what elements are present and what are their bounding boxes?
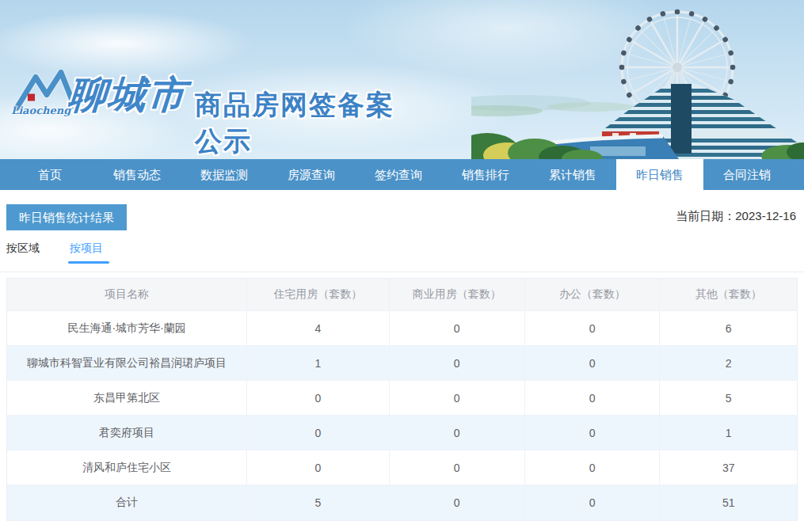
cell-commercial: 0: [389, 346, 524, 380]
nav-item-home[interactable]: 首页: [6, 159, 93, 190]
cell-project-name: 聊城市科智置业有限公司裕昌润珺庐项目: [7, 346, 246, 380]
cell-commercial: 0: [389, 311, 524, 345]
site-title: 商品房网签备案公示: [195, 87, 404, 159]
cell-other: 1: [659, 416, 796, 450]
cell-project-name: 清风和庐住宅小区: [7, 450, 246, 484]
cell-other: 37: [659, 450, 796, 484]
cell-office-total: 0: [524, 485, 659, 520]
logo-link[interactable]: Liaocheng 聊城市 商品房网签备案公示: [0, 32, 404, 103]
col-header-other: 其他（套数）: [659, 279, 796, 310]
cell-total-label: 合计: [7, 485, 246, 520]
cell-other: 2: [659, 346, 796, 380]
nav-item-sales-activity[interactable]: 销售动态: [93, 159, 181, 190]
col-header-office: 办公（套数）: [524, 279, 659, 310]
table-total-row: 合计 5 0 0 51: [7, 485, 797, 520]
cell-residential: 0: [246, 381, 388, 415]
nav-item-data-monitoring[interactable]: 数据监测: [181, 159, 268, 190]
cell-commercial-total: 0: [389, 485, 524, 520]
nav-item-yesterday-sales[interactable]: 昨日销售: [616, 159, 703, 190]
cell-other-total: 51: [659, 485, 796, 520]
cell-office: 0: [524, 450, 659, 484]
table-row: 清风和庐住宅小区 0 0 0 37: [7, 450, 797, 485]
page-title: 昨日销售统计结果: [6, 204, 127, 230]
cell-project-name: 君奕府项目: [7, 416, 246, 450]
cell-residential: 1: [246, 346, 388, 380]
cell-residential: 0: [246, 450, 388, 484]
tab-by-project[interactable]: 按项目: [70, 237, 103, 259]
main-content: 昨日销售统计结果 当前日期：2023-12-16 按区域 按项目 项目名称 住宅…: [0, 190, 804, 521]
city-name: 聊城市: [67, 70, 189, 120]
active-tab-underline: [68, 261, 109, 264]
table-header-row: 项目名称 住宅用房（套数） 商业用房（套数） 办公（套数） 其他（套数）: [7, 279, 797, 311]
col-header-project-name: 项目名称: [7, 279, 246, 310]
current-date: 当前日期：2023-12-16: [676, 209, 796, 224]
cell-office: 0: [524, 311, 659, 345]
cell-other: 6: [659, 311, 796, 345]
cell-office: 0: [524, 381, 659, 415]
nav-item-contract-query[interactable]: 签约查询: [355, 159, 442, 190]
subtab-bar: 按区域 按项目: [0, 230, 804, 272]
cell-commercial: 0: [389, 450, 524, 484]
tab-by-district[interactable]: 按区域: [6, 237, 40, 259]
cell-office: 0: [524, 346, 659, 380]
nav-item-listing-query[interactable]: 房源查询: [268, 159, 355, 190]
col-header-residential: 住宅用房（套数）: [246, 279, 388, 310]
cell-residential-total: 5: [246, 485, 388, 520]
table-row: 民生海通·城市芳华·蘭园 4 0 0 6: [7, 311, 797, 346]
cell-commercial: 0: [389, 381, 524, 415]
cityscape-photo: [471, 0, 804, 159]
cell-project-name: 民生海通·城市芳华·蘭园: [7, 311, 246, 345]
section-header: 昨日销售统计结果 当前日期：2023-12-16: [0, 190, 804, 230]
col-header-commercial: 商业用房（套数）: [389, 279, 524, 310]
cell-residential: 4: [246, 311, 388, 345]
cell-office: 0: [524, 416, 659, 450]
site-banner: Liaocheng 聊城市 商品房网签备案公示: [0, 0, 804, 159]
cell-commercial: 0: [389, 416, 524, 450]
table-row: 君奕府项目 0 0 0 1: [7, 416, 797, 450]
table-row: 东昌甲第北区 0 0 0 5: [7, 381, 797, 416]
cell-residential: 0: [246, 416, 388, 450]
nav-item-cumulative-sales[interactable]: 累计销售: [529, 159, 616, 190]
sales-table: 项目名称 住宅用房（套数） 商业用房（套数） 办公（套数） 其他（套数） 民生海…: [6, 278, 798, 521]
nav-item-sales-ranking[interactable]: 销售排行: [442, 159, 529, 190]
cell-project-name: 东昌甲第北区: [7, 381, 246, 415]
nav-item-contract-cancellation[interactable]: 合同注销: [703, 159, 791, 190]
main-nav: 首页 销售动态 数据监测 房源查询 签约查询 销售排行 累计销售 昨日销售 合同…: [0, 159, 804, 190]
table-row: 聊城市科智置业有限公司裕昌润珺庐项目 1 0 0 2: [7, 346, 797, 381]
cell-other: 5: [659, 381, 796, 415]
